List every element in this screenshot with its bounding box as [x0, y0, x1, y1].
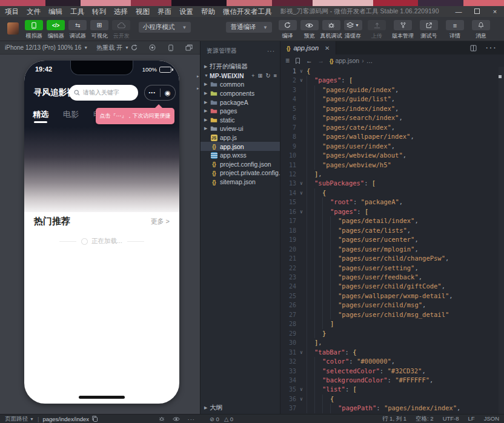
compile-mode-dropdown[interactable]: 普通编译▼: [226, 22, 272, 33]
project-button-上传[interactable]: 上传: [364, 20, 390, 40]
copy-path-icon[interactable]: [92, 416, 98, 422]
code-line-29[interactable]: 29}: [280, 329, 504, 338]
fold-chevron-icon[interactable]: ∨: [296, 179, 307, 188]
fold-chevron-icon[interactable]: ∨: [296, 188, 307, 198]
code-line-3[interactable]: 3"pages/guide/index",: [280, 85, 504, 95]
file-row-packageA[interactable]: ▶packageA: [201, 98, 280, 107]
code-line-17[interactable]: 17"pages/detail/index",: [280, 216, 504, 225]
panel-collapse-icon[interactable]: ▸: [197, 74, 199, 78]
file-row-app.json[interactable]: {}app.json: [201, 142, 280, 151]
file-row-static[interactable]: ▶static: [201, 116, 280, 125]
project-button-测试号[interactable]: 测试号: [416, 20, 442, 40]
code-line-22[interactable]: 22"pages/user/setting",: [280, 264, 504, 273]
code-line-6[interactable]: 6"pages/search/index",: [280, 113, 504, 122]
code-line-28[interactable]: 28]: [280, 319, 504, 328]
search-input[interactable]: 请输入关键字: [69, 85, 138, 101]
code-line-20[interactable]: 20"pages/user/mplogin",: [280, 245, 504, 254]
more-actions-icon[interactable]: ···: [188, 416, 196, 422]
status-item[interactable]: UTF-8: [443, 415, 459, 423]
code-line-21[interactable]: 21"pages/user/child/changePsw",: [280, 254, 504, 263]
close-tab-icon[interactable]: ✕: [325, 45, 330, 52]
code-line-25[interactable]: 25"pages/wallpaper/wxmp-detail",: [280, 291, 504, 301]
file-row-project.config.json[interactable]: {}project.config.json: [201, 160, 280, 169]
open-editors-section[interactable]: ▶ 打开的编辑器: [201, 62, 280, 72]
file-row-uview-ui[interactable]: ▶uview-ui: [201, 124, 280, 133]
code-line-35[interactable]: 35∨"list": [: [280, 385, 504, 394]
eye-icon[interactable]: [173, 416, 180, 422]
file-row-app.wxss[interactable]: app.wxss: [201, 151, 280, 160]
minimize-button[interactable]: —: [454, 8, 463, 15]
device-icon[interactable]: [167, 44, 174, 52]
menu-item-项目[interactable]: 项目: [5, 7, 19, 16]
status-item[interactable]: JSON: [484, 415, 499, 423]
status-item[interactable]: LF: [468, 415, 475, 423]
code-line-13[interactable]: 13∨"subPackages": [: [280, 179, 504, 188]
code-line-14[interactable]: 14∨{: [280, 188, 504, 198]
menu-item-微信开发者工具[interactable]: 微信开发者工具: [223, 7, 272, 16]
tab-movies[interactable]: 电影: [63, 109, 79, 120]
code-line-8[interactable]: 8"pages/wallpaper/index",: [280, 132, 504, 141]
menu-item-帮助[interactable]: 帮助: [201, 7, 215, 16]
project-button-消息[interactable]: 消息: [468, 20, 494, 40]
code-line-37[interactable]: 37"pagePath": "pages/index/index",: [280, 404, 504, 413]
code-line-27[interactable]: 27"pages/user/child/msg_detail": [280, 310, 504, 319]
fold-chevron-icon[interactable]: ∨: [296, 76, 307, 85]
menu-item-界面[interactable]: 界面: [158, 7, 171, 16]
code-line-2[interactable]: 2∨"pages": [: [280, 76, 504, 85]
breadcrumb[interactable]: {} app.json › …: [330, 57, 373, 64]
outline-toggle-icon[interactable]: ≡: [285, 56, 290, 65]
debug-icon[interactable]: [159, 416, 165, 422]
file-row-app.js[interactable]: JSapp.js: [201, 133, 280, 142]
refresh-icon[interactable]: ↻: [265, 72, 270, 79]
file-row-sitemap.json[interactable]: {}sitemap.json: [201, 178, 280, 187]
record-icon[interactable]: [148, 44, 156, 52]
page-path-dropdown[interactable]: 页面路径: [5, 415, 28, 423]
code-line-5[interactable]: 5"pages/index/index",: [280, 104, 504, 113]
action-button-编译[interactable]: 编译: [277, 20, 298, 40]
bookmark-icon[interactable]: [295, 58, 300, 64]
code-line-7[interactable]: 7"pages/cate/index",: [280, 123, 504, 132]
code-line-4[interactable]: 4"pages/guide/list",: [280, 95, 504, 104]
menu-item-视图[interactable]: 视图: [136, 7, 150, 16]
code-line-18[interactable]: 18"pages/cate/lists",: [280, 226, 504, 235]
menu-item-工具[interactable]: 工具: [70, 7, 84, 16]
hot-reload-dropdown[interactable]: 热重载 开▼: [96, 44, 129, 52]
code-line-1[interactable]: 1∨{: [280, 67, 504, 76]
status-item[interactable]: 行 1, 列 1: [382, 415, 406, 423]
mode-button-调试器[interactable]: ⇆调试器: [67, 20, 88, 40]
editor-scrollbar[interactable]: [499, 67, 504, 414]
split-editor-icon[interactable]: [470, 45, 477, 52]
device-dropdown[interactable]: iPhone 12/13 (Pro) 100% 16▼: [5, 44, 88, 51]
code-line-15[interactable]: 15"root": "packageA",: [280, 198, 504, 207]
exit-circle-button[interactable]: ◉: [161, 85, 176, 100]
code-line-16[interactable]: 16∨"pages": [: [280, 207, 504, 216]
project-button-详情[interactable]: ≡详情: [442, 20, 468, 40]
menu-item-文件[interactable]: 文件: [27, 7, 41, 16]
fold-chevron-icon[interactable]: ∨: [296, 207, 307, 216]
file-row-common[interactable]: ▶common: [201, 80, 280, 89]
file-row-project.private.config.js…[interactable]: {}project.private.config.js…: [201, 168, 280, 178]
restart-icon[interactable]: [130, 44, 138, 52]
outline-section[interactable]: ▶ 大纲: [201, 403, 280, 412]
tab-featured[interactable]: 精选: [33, 109, 48, 120]
more-link[interactable]: 更多 >: [151, 217, 170, 226]
code-line-10[interactable]: 10"pages/webview/about",: [280, 151, 504, 160]
menu-item-转到[interactable]: 转到: [92, 7, 106, 16]
close-button[interactable]: ×: [491, 8, 499, 15]
more-dots-button[interactable]: •••: [145, 85, 160, 100]
nav-forward-icon[interactable]: →: [318, 57, 325, 64]
code-editor[interactable]: 1∨{2∨"pages": [3"pages/guide/index",4"pa…: [280, 67, 504, 414]
action-button-清缓存[interactable]: ▼清缓存: [342, 20, 363, 40]
mode-button-可视化[interactable]: ⊞可视化: [89, 20, 110, 40]
status-item[interactable]: 空格: 2: [416, 415, 434, 423]
mode-button-云开发[interactable]: 云开发: [111, 20, 132, 40]
code-line-9[interactable]: 9"pages/user/index",: [280, 142, 504, 151]
code-line-32[interactable]: 32"color": "#000000",: [280, 357, 504, 366]
code-line-23[interactable]: 23"pages/user/feedback",: [280, 273, 504, 282]
fold-chevron-icon[interactable]: ∨: [296, 395, 307, 404]
action-button-真机调试[interactable]: 真机调试: [320, 20, 342, 40]
action-button-预览[interactable]: 预览: [299, 20, 320, 40]
new-folder-icon[interactable]: ⊞: [258, 72, 263, 79]
mode-button-模拟器[interactable]: 模拟器: [24, 20, 45, 40]
collapse-all-icon[interactable]: ≡: [273, 72, 277, 79]
